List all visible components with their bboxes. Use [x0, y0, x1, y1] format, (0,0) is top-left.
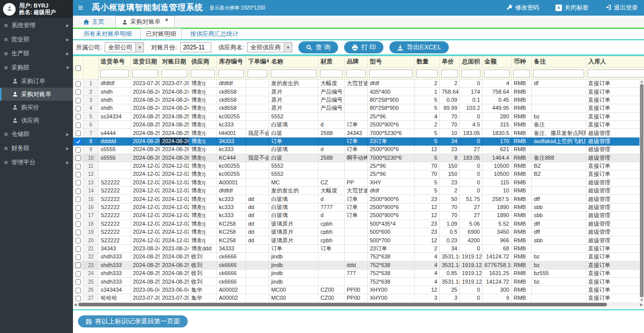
cell-remark[interactable]: sbb	[532, 212, 586, 220]
cell-warehouse-by[interactable]: 直接订单	[586, 269, 644, 277]
cell-brand[interactable]: 订单	[345, 195, 368, 203]
cell-name[interactable]: 白玻	[269, 154, 318, 162]
cell-delivery-date[interactable]: 2023-07-20	[131, 294, 160, 302]
cell-material[interactable]: CZ00	[318, 286, 345, 294]
cell-amount[interactable]: 4	[482, 80, 512, 88]
cell-recon-date[interactable]: 2024-08-25	[160, 253, 189, 261]
cell-recon-date[interactable]: 2023-07-20	[160, 294, 189, 302]
cell-remark[interactable]: 备注、撒旦发射点阿斯蒂芬	[532, 129, 586, 137]
cell-order-no[interactable]	[246, 112, 269, 120]
cell-recon-date[interactable]: 2024-12-02	[160, 162, 189, 170]
cell-stock-no[interactable]: kc00255	[217, 170, 246, 178]
cell-amount[interactable]: 3450	[482, 228, 512, 236]
cell-qty[interactable]: 23	[415, 220, 440, 228]
cell-delivery-no[interactable]	[99, 120, 131, 128]
cell-delivery-date[interactable]: 2023-06-04	[131, 286, 160, 294]
cell-supplier[interactable]: 集华	[189, 294, 217, 302]
cell-warehouse-by[interactable]: 直接订单	[586, 244, 644, 252]
table-row[interactable]: 16S222222024-12-022024-12-02博友rjkc333dd白…	[73, 203, 644, 211]
cell-order-no[interactable]	[246, 253, 269, 261]
cell-supplier[interactable]: 博友rj	[189, 236, 217, 244]
cell-model[interactable]: 23订单	[368, 244, 415, 252]
cell-recon-date[interactable]: 2024-08-25	[160, 120, 189, 128]
cell-delivery-date[interactable]: 2024-08-25	[131, 278, 160, 286]
cell-total-area[interactable]: 5.06	[460, 220, 482, 228]
cell-remark[interactable]: bz	[532, 278, 586, 286]
cell-name[interactable]: 玻璃原片	[269, 220, 318, 228]
cell-warehouse-by[interactable]: 超级管理	[586, 228, 644, 236]
print-button[interactable]: 打 印	[344, 41, 384, 53]
cell-currency[interactable]: RMB	[512, 137, 532, 145]
cell-qty[interactable]: 1	[415, 88, 440, 96]
cell-brand[interactable]: 订单	[345, 212, 368, 220]
col-header-order-no[interactable]: 下单编号	[246, 56, 269, 68]
cell-total-area[interactable]: 174	[460, 88, 482, 96]
hamburger-menu-icon[interactable]: ≡	[78, 3, 83, 13]
cell-delivery-date[interactable]: 2024-12-02	[131, 236, 160, 244]
cell-amount[interactable]: 1631.25	[482, 269, 512, 277]
cell-warehouse-by[interactable]: 直接订单	[586, 80, 644, 88]
row-checkbox-cell[interactable]	[73, 278, 84, 286]
cell-remark[interactable]	[532, 88, 586, 96]
cell-name[interactable]: 白玻璃	[269, 195, 318, 203]
cell-delivery-date[interactable]: 2024-08-24	[131, 104, 160, 112]
cell-brand[interactable]	[345, 162, 368, 170]
col-filter-currency[interactable]	[513, 70, 530, 78]
col-header-total-area[interactable]: 总面积	[460, 56, 482, 68]
cell-delivery-date[interactable]: 2024-08-25	[131, 129, 160, 137]
cell-recon-date[interactable]: 2024-12-02	[160, 228, 189, 236]
row-checkbox[interactable]	[75, 114, 81, 119]
cell-unit-price[interactable]: 3	[440, 294, 460, 302]
table-row[interactable]: 10s55552024-08-262024-08-26博友rjKC444我是不会…	[73, 154, 644, 162]
col-header-unit-price[interactable]: 单价	[440, 56, 460, 68]
cell-delivery-date[interactable]: 2024-08-25	[131, 269, 160, 277]
cell-brand[interactable]: 34343	[345, 129, 368, 137]
cell-order-no[interactable]	[246, 178, 269, 186]
cell-currency[interactable]: RMB	[512, 112, 532, 120]
row-checkbox-cell[interactable]	[73, 236, 84, 244]
subtab-unreconciled[interactable]: 所有未对账单明细	[77, 30, 138, 38]
cell-amount[interactable]: 170	[482, 137, 512, 145]
cell-supplier[interactable]: 博友rj	[189, 88, 217, 96]
cell-model[interactable]: 752*638	[368, 253, 415, 261]
cell-amount[interactable]: 1830.5	[482, 129, 512, 137]
cell-name[interactable]: 白玻	[269, 129, 318, 137]
cell-qty[interactable]: 2	[415, 80, 440, 88]
cell-currency[interactable]: RMB	[512, 146, 532, 154]
search-button[interactable]: 查 询	[298, 41, 338, 53]
cell-brand[interactable]: ddd	[345, 261, 368, 269]
row-checkbox-cell[interactable]	[73, 286, 84, 294]
row-checkbox-cell[interactable]	[73, 203, 84, 211]
cell-model[interactable]: 7000*5230*6	[368, 154, 415, 162]
cell-unit-price[interactable]: 70	[440, 203, 460, 211]
row-checkbox[interactable]	[75, 230, 81, 235]
cell-delivery-date[interactable]: 2024-08-24	[131, 96, 160, 104]
cell-recon-date[interactable]: 2024-08-24	[160, 88, 189, 96]
logout-button[interactable]: 退出登录	[605, 4, 638, 12]
cell-brand[interactable]	[345, 253, 368, 261]
cell-material[interactable]	[318, 278, 345, 286]
cell-supplier[interactable]: 博友rj	[189, 146, 217, 154]
cell-name[interactable]: jindb	[269, 278, 318, 286]
cell-recon-date[interactable]: 2024-12-02	[160, 187, 189, 195]
cell-warehouse-by[interactable]: 直接订单	[586, 162, 644, 170]
cell-model[interactable]: 2500*900*6	[368, 146, 415, 154]
cell-remark[interactable]: bz	[532, 253, 586, 261]
cell-currency[interactable]: RMB	[512, 80, 532, 88]
cell-delivery-date[interactable]: 2024-08-26	[131, 137, 160, 145]
table-row[interactable]: 22shdh3332024-08-252024-08-25收到ck6666jin…	[73, 253, 644, 261]
cell-qty[interactable]: 4	[415, 112, 440, 120]
col-filter-material[interactable]	[320, 70, 343, 78]
row-checkbox-cell[interactable]	[73, 269, 84, 277]
cell-currency[interactable]: RMB	[512, 120, 532, 128]
cell-qty[interactable]: 23	[415, 195, 440, 203]
cell-material[interactable]: d	[318, 212, 345, 220]
cell-currency[interactable]: RMB	[512, 269, 532, 277]
cell-material[interactable]: 大幅度	[318, 80, 345, 88]
col-header-supplier[interactable]: 供应商	[189, 56, 217, 68]
cell-stock-no[interactable]: kc333	[217, 212, 246, 220]
row-checkbox[interactable]	[75, 288, 81, 293]
cell-stock-no[interactable]: kc333	[217, 195, 246, 203]
cell-order-no[interactable]	[246, 294, 269, 302]
row-checkbox-cell[interactable]	[73, 178, 84, 186]
